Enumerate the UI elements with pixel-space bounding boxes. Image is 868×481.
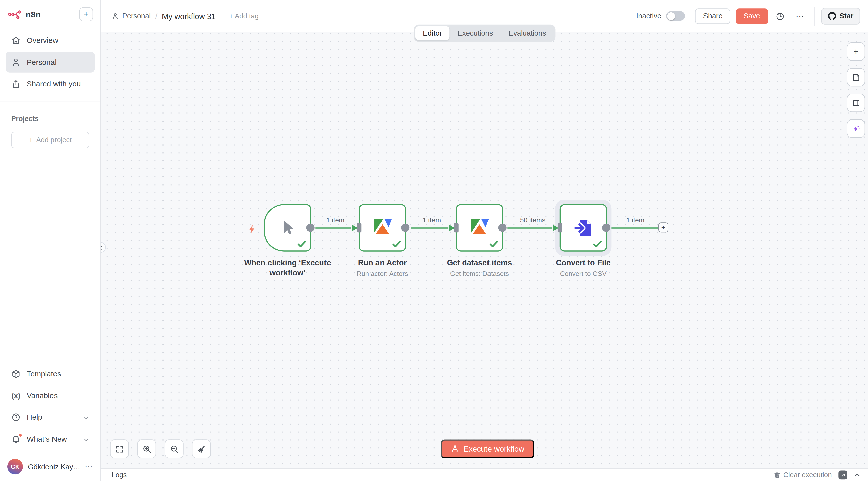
sidebar-footer-nav: Templates (x) Variables Help [0, 361, 100, 452]
sticky-note-icon [852, 73, 861, 82]
node-when-clicking-execute-workflow[interactable]: When clicking ‘Execute workflow’ [264, 204, 311, 252]
variables-icon: (x) [11, 391, 21, 400]
tab-executions[interactable]: Executions [450, 26, 501, 40]
add-node-button[interactable]: + [658, 222, 668, 232]
zoom-in-button[interactable] [137, 439, 156, 458]
sidebar: n8n + Overview Personal Shared [0, 0, 101, 481]
logs-actions: Clear execution [774, 471, 861, 480]
node-title: Convert to FileConvert to CSV [519, 258, 648, 279]
expand-logs-button[interactable] [854, 472, 861, 479]
workflow-menu-button[interactable]: ⋯ [793, 8, 808, 24]
sidebar-item-label: What’s New [27, 435, 67, 443]
view-tabs: Editor Executions Evaluations [413, 25, 556, 42]
notification-dot [18, 433, 22, 437]
sidebar-item-help[interactable]: Help [5, 407, 95, 427]
add-workflow-button[interactable]: + [79, 7, 93, 21]
output-port[interactable] [306, 224, 314, 232]
apify-icon [372, 217, 393, 238]
sidebar-item-personal[interactable]: Personal [5, 52, 95, 72]
workflow-status-label: Inactive [636, 12, 661, 20]
node-body[interactable] [456, 204, 503, 252]
toggle-knob [667, 12, 675, 20]
sidebar-item-templates[interactable]: Templates [5, 363, 95, 384]
tab-evaluations[interactable]: Evaluations [501, 26, 554, 40]
n8n-logo-icon [7, 9, 22, 19]
add-project-button[interactable]: + Add project [11, 132, 89, 148]
help-icon [11, 413, 21, 422]
connection-line [315, 227, 351, 228]
main-area: Personal / My workflow 31 + Add tag Inac… [101, 0, 868, 481]
add-node-panel-button[interactable]: + [847, 42, 865, 61]
connection-items-label: 1 item [626, 216, 645, 224]
input-arrow [553, 224, 558, 231]
trigger-bolt-icon [247, 224, 257, 234]
sidebar-item-shared-with-you[interactable]: Shared with you [5, 73, 95, 94]
workflow-title[interactable]: My workflow 31 [162, 11, 216, 21]
workflow-canvas[interactable]: 1 item 1 item 50 items 1 item When click… [101, 32, 868, 469]
success-check-icon [593, 240, 602, 248]
logs-title: Logs [112, 471, 127, 479]
person-icon [11, 58, 21, 67]
user-menu[interactable]: GK Gökdeniz Kay… ⋯ [0, 452, 100, 481]
input-port[interactable] [558, 223, 562, 232]
sidebar-item-variables[interactable]: (x) Variables [5, 385, 95, 406]
success-check-icon [392, 240, 401, 248]
zoom-in-icon [142, 444, 151, 454]
output-port[interactable] [498, 224, 506, 232]
user-more-button[interactable]: ⋯ [85, 462, 93, 471]
output-port[interactable] [401, 224, 409, 232]
add-sticky-note-button[interactable] [847, 68, 865, 86]
zoom-out-button[interactable] [164, 439, 184, 458]
add-tag-button[interactable]: + Add tag [229, 12, 259, 20]
input-arrow [352, 224, 358, 231]
success-check-icon [298, 240, 306, 248]
split-panel-icon [852, 98, 861, 107]
tab-editor[interactable]: Editor [415, 26, 450, 40]
trash-icon [774, 472, 781, 479]
tidy-up-button[interactable] [192, 439, 211, 458]
zoom-out-icon [169, 444, 179, 454]
ai-sparkle-icon [852, 124, 861, 133]
open-logs-window-button[interactable] [838, 471, 847, 480]
apify-icon [469, 217, 490, 238]
zoom-to-fit-button[interactable] [110, 439, 129, 458]
input-port[interactable] [357, 223, 362, 232]
node-body[interactable] [560, 204, 607, 252]
node-body[interactable] [264, 204, 311, 252]
node-run-an-actor[interactable]: Run an ActorRun actor: Actors [359, 204, 406, 252]
workflow-history-button[interactable] [773, 8, 788, 24]
sidebar-item-overview[interactable]: Overview [5, 30, 95, 51]
output-port[interactable] [602, 224, 610, 232]
ai-assistant-button[interactable] [847, 119, 865, 137]
package-icon [11, 369, 21, 379]
logs-bar[interactable]: Logs Clear execution [101, 469, 868, 481]
node-body[interactable] [359, 204, 406, 252]
fit-view-icon [115, 444, 124, 454]
execute-workflow-button[interactable]: Execute workflow [441, 439, 534, 458]
home-icon [11, 36, 21, 45]
sidebar-item-label: Personal [27, 58, 57, 66]
active-toggle[interactable] [666, 11, 685, 21]
clear-execution-button[interactable]: Clear execution [774, 471, 832, 479]
avatar: GK [7, 459, 23, 475]
sidebar-nav: Overview Personal Shared with you [0, 28, 100, 96]
input-port[interactable] [454, 223, 459, 232]
save-button[interactable]: Save [736, 8, 768, 24]
sidebar-item-whats-new[interactable]: What’s New [5, 429, 95, 449]
github-star-button[interactable]: Star [821, 7, 860, 24]
sidebar-collapse-button[interactable] [101, 242, 106, 253]
breadcrumb-project[interactable]: Personal [112, 12, 151, 20]
input-arrow [449, 224, 455, 231]
connection-line [611, 227, 658, 228]
n8n-logo[interactable]: n8n [7, 9, 41, 19]
broom-icon [197, 444, 206, 454]
chevron-up-icon [854, 472, 861, 479]
toggle-panel-button[interactable] [847, 94, 865, 112]
share-button[interactable]: Share [695, 8, 730, 24]
connection-items-label: 50 items [520, 216, 546, 224]
node-subtitle: Convert to CSV [519, 270, 648, 279]
popout-arrow-icon [840, 473, 845, 478]
sidebar-divider [0, 101, 100, 101]
node-convert-to-file[interactable]: Convert to FileConvert to CSV [560, 204, 607, 252]
node-get-dataset-items[interactable]: Get dataset itemsGet items: Datasets [456, 204, 503, 252]
